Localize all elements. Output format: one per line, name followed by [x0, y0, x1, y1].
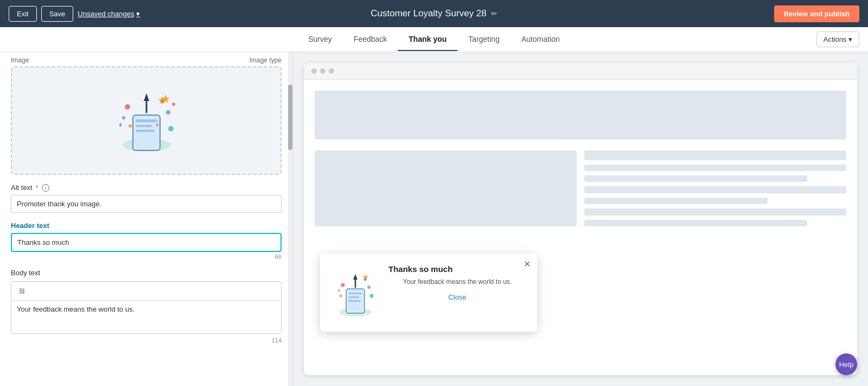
save-button[interactable]: Save — [41, 6, 74, 22]
unsaved-changes-link[interactable]: Unsaved changes ▾ — [78, 10, 140, 18]
info-icon[interactable]: i — [42, 184, 49, 192]
actions-label: Actions — [824, 35, 847, 43]
svg-point-11 — [129, 124, 132, 128]
browser-dot-2 — [320, 68, 326, 74]
skeleton-col-right — [584, 150, 846, 226]
svg-point-12 — [168, 126, 174, 131]
skeleton-line-1 — [584, 150, 846, 160]
header-text-input[interactable] — [11, 233, 282, 252]
help-button[interactable]: Help — [835, 353, 857, 375]
body-text-label: Body text — [11, 269, 282, 277]
celebration-illustration — [103, 77, 190, 164]
skeleton-line-7 — [584, 220, 807, 226]
edit-icon[interactable]: ✏ — [491, 9, 497, 18]
svg-point-14 — [172, 103, 175, 106]
actions-button[interactable]: Actions ▾ — [816, 31, 859, 47]
modal-title: Thanks so much — [388, 264, 526, 274]
skeleton-line-3 — [584, 175, 807, 182]
top-bar-left: Exit Save Unsaved changes ▾ — [9, 6, 140, 22]
chevron-down-icon: ▾ — [136, 10, 140, 18]
body-text-section: Body text ⛓ Your feedback means the worl… — [0, 269, 292, 354]
svg-rect-4 — [136, 130, 155, 132]
exit-button[interactable]: Exit — [9, 6, 37, 22]
skeleton-line-2 — [584, 164, 846, 171]
browser-bar — [304, 63, 857, 80]
svg-point-8 — [125, 104, 130, 110]
unsaved-changes-text: Unsaved changes — [78, 10, 134, 18]
alt-text-label-text: Alt text — [11, 183, 33, 192]
skeleton-hero — [315, 91, 846, 140]
svg-point-29 — [340, 295, 342, 298]
body-char-count: 114 — [11, 336, 282, 345]
svg-point-9 — [166, 110, 170, 115]
skeleton-col-left — [315, 150, 577, 226]
tab-targeting[interactable]: Targeting — [457, 28, 510, 51]
alt-text-input[interactable] — [11, 195, 282, 213]
body-text-editor: ⛓ Your feedback means the world to us. — [11, 281, 282, 334]
top-bar: Exit Save Unsaved changes ▾ Customer Loy… — [0, 0, 868, 27]
svg-rect-3 — [136, 125, 152, 127]
survey-modal: ✕ — [320, 254, 537, 332]
modal-content: Thanks so much Your feedback means the w… — [388, 264, 526, 301]
scroll-thumb[interactable] — [288, 85, 292, 150]
svg-point-31 — [338, 289, 340, 292]
editor-toolbar: ⛓ — [11, 282, 281, 301]
nav-tabs: Survey Feedback Thank you Targeting Auto… — [0, 27, 868, 52]
page-skeleton — [304, 80, 857, 237]
modal-close-button[interactable]: ✕ — [524, 259, 531, 269]
header-text-label: Header text — [11, 222, 282, 230]
image-type-label: Image type — [250, 56, 282, 64]
browser-preview: ✕ — [304, 63, 857, 375]
skeleton-line-6 — [584, 208, 846, 215]
modal-illustration — [331, 264, 380, 321]
svg-rect-22 — [348, 300, 361, 302]
browser-dot-3 — [329, 68, 334, 74]
survey-title-area: Customer Loyalty Survey 28 ✏ — [371, 8, 497, 19]
svg-point-27 — [367, 286, 371, 289]
header-char-count: 66 — [11, 254, 282, 260]
main-layout: Image Image type — [0, 52, 868, 386]
modal-close-link[interactable]: Close — [388, 293, 526, 301]
svg-point-28 — [364, 279, 367, 281]
svg-rect-21 — [348, 296, 359, 298]
actions-chevron-icon: ▾ — [848, 35, 852, 43]
svg-marker-15 — [119, 123, 122, 127]
svg-point-26 — [341, 283, 345, 287]
skeleton-line-5 — [584, 198, 768, 204]
tab-thank-you[interactable]: Thank you — [398, 28, 457, 51]
svg-rect-20 — [348, 293, 362, 294]
toolbar-link-icon[interactable]: ⛓ — [16, 285, 28, 297]
svg-point-30 — [370, 294, 374, 298]
svg-marker-24 — [353, 274, 358, 280]
skeleton-two-col — [315, 150, 846, 226]
required-indicator: * — [36, 183, 39, 192]
browser-dot-1 — [311, 68, 317, 74]
review-publish-button[interactable]: Review and publish — [774, 5, 859, 22]
left-panel: Image Image type — [0, 52, 293, 386]
svg-point-13 — [122, 116, 125, 119]
scroll-indicator[interactable] — [288, 52, 292, 386]
right-panel: ✕ — [293, 52, 868, 386]
survey-title: Customer Loyalty Survey 28 — [371, 8, 487, 19]
body-text-content[interactable]: Your feedback means the world to us. — [11, 301, 281, 333]
alt-text-label-row: Alt text * i — [11, 183, 282, 192]
svg-rect-2 — [136, 119, 157, 122]
svg-marker-6 — [144, 93, 149, 101]
skeleton-line-4 — [584, 186, 846, 193]
alt-text-section: Alt text * i — [0, 183, 292, 222]
modal-body-text: Your feedback means the world to us. — [388, 277, 526, 287]
image-upload-area[interactable] — [11, 66, 282, 175]
panel-top-labels: Image Image type — [0, 52, 292, 66]
modal-celebration-svg — [331, 264, 380, 319]
image-label: Image — [11, 56, 29, 64]
tab-automation[interactable]: Automation — [510, 28, 571, 51]
tab-survey[interactable]: Survey — [297, 28, 343, 51]
tab-feedback[interactable]: Feedback — [343, 28, 398, 51]
header-text-section: Header text 66 — [0, 222, 292, 269]
